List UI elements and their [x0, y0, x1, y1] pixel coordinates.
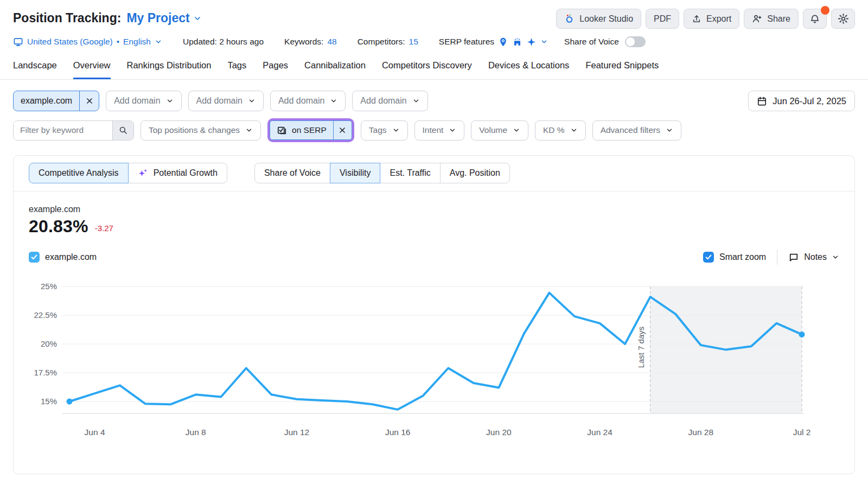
on-serp-filter-chip[interactable]: on SERP	[270, 120, 352, 140]
monitor-icon	[13, 37, 23, 47]
tab-competitors-discovery[interactable]: Competitors Discovery	[382, 60, 472, 79]
notifications-button[interactable]	[803, 9, 827, 29]
tab-cannibalization[interactable]: Cannibalization	[304, 60, 366, 79]
tags-label: Tags	[369, 125, 387, 135]
overview-card: Competitive Analysis Potential Growth Sh…	[13, 155, 855, 474]
domain-chip-label: example.com	[14, 91, 79, 111]
check-icon	[30, 253, 38, 261]
tab-featured-snippets[interactable]: Featured Snippets	[585, 60, 659, 79]
export-button[interactable]: Export	[684, 9, 739, 29]
svg-text:Jun 4: Jun 4	[85, 428, 105, 437]
visibility-chart[interactable]: 25%22.5%20%17.5%15%Last 7 daysJun 4Jun 8…	[29, 277, 839, 442]
page-title-text: Position Tracking:	[13, 11, 121, 25]
calendar-icon	[757, 96, 767, 106]
advanced-filters-label: Advanced filters	[601, 125, 660, 135]
visibility-tab-label: Visibility	[340, 168, 371, 178]
competitors-count: Competitors: 15	[358, 37, 418, 47]
legend-domain-item[interactable]: example.com	[29, 252, 97, 263]
share-of-voice-tab[interactable]: Share of Voice	[254, 163, 330, 183]
keyword-search-button[interactable]	[112, 121, 133, 140]
share-person-icon	[752, 14, 762, 24]
export-icon	[692, 14, 701, 24]
tab-tags[interactable]: Tags	[227, 60, 246, 79]
sparkles-icon	[138, 168, 149, 178]
share-of-voice-toggle[interactable]	[625, 36, 646, 47]
ai-star-icon	[526, 37, 537, 47]
location-language-selector[interactable]: United States (Google) • English	[13, 37, 162, 47]
toggle-knob	[626, 37, 635, 46]
vertical-divider	[777, 250, 777, 265]
potential-growth-label: Potential Growth	[154, 168, 218, 178]
on-serp-label: on SERP	[292, 125, 327, 135]
project-name: My Project	[126, 11, 189, 25]
share-label: Share	[767, 14, 790, 24]
share-button[interactable]: Share	[744, 9, 799, 29]
potential-growth-button[interactable]: Potential Growth	[128, 163, 227, 183]
tab-overview[interactable]: Overview	[73, 60, 111, 79]
date-range-label: Jun 26-Jul 2, 2025	[773, 96, 846, 106]
position-tracking-page: Position Tracking: My Project Looker Stu…	[0, 0, 868, 491]
top-positions-dropdown[interactable]: Top positions & changes	[141, 120, 261, 141]
chart-canvas[interactable]: 25%22.5%20%17.5%15%Last 7 daysJun 4Jun 8…	[29, 277, 839, 439]
notes-icon	[788, 252, 799, 263]
pdf-label: PDF	[654, 14, 671, 24]
smart-zoom-checkbox[interactable]	[703, 252, 714, 263]
svg-text:Jun 8: Jun 8	[186, 428, 206, 437]
page-title: Position Tracking: My Project	[13, 9, 202, 25]
svg-text:15%: 15%	[41, 397, 57, 406]
volume-label: Volume	[479, 125, 507, 135]
visibility-tab[interactable]: Visibility	[330, 163, 381, 183]
main-tabs: Landscape Overview Rankings Distribution…	[0, 47, 868, 80]
intent-dropdown[interactable]: Intent	[414, 120, 465, 141]
project-selector[interactable]: My Project	[126, 11, 201, 25]
add-domain-dropdown-3[interactable]: Add domain	[270, 91, 346, 111]
competitive-analysis-button[interactable]: Competitive Analysis	[29, 163, 129, 183]
serp-features-selector[interactable]: SERP features	[439, 37, 548, 47]
notes-dropdown[interactable]: Notes	[788, 252, 839, 263]
on-serp-remove-button[interactable]	[333, 121, 352, 139]
svg-text:Jun 16: Jun 16	[385, 428, 411, 437]
add-domain-dropdown-2[interactable]: Add domain	[188, 91, 264, 111]
est-traffic-tab[interactable]: Est. Traffic	[380, 163, 440, 183]
close-icon	[339, 126, 346, 134]
smart-zoom-control[interactable]: Smart zoom	[703, 252, 766, 263]
domain-chip-example[interactable]: example.com	[13, 91, 99, 111]
location-label: United States (Google)	[27, 37, 113, 47]
date-range-button[interactable]: Jun 26-Jul 2, 2025	[748, 91, 855, 111]
tab-landscape[interactable]: Landscape	[13, 60, 57, 79]
add-domain-dropdown-1[interactable]: Add domain	[106, 91, 181, 111]
keyword-filter	[13, 120, 134, 141]
svg-text:17.5%: 17.5%	[34, 368, 57, 377]
chevron-down-icon	[248, 97, 256, 105]
location-pin-icon	[498, 37, 508, 47]
advanced-filters-dropdown[interactable]: Advanced filters	[592, 120, 681, 141]
volume-dropdown[interactable]: Volume	[471, 120, 528, 141]
tags-dropdown[interactable]: Tags	[361, 120, 408, 141]
tab-pages[interactable]: Pages	[263, 60, 288, 79]
chevron-down-icon	[666, 126, 673, 134]
tab-rankings-distribution[interactable]: Rankings Distribution	[127, 60, 212, 79]
keyword-filter-row: Top positions & changes on SERP	[0, 111, 868, 142]
chevron-down-icon	[540, 38, 548, 46]
tab-devices-locations[interactable]: Devices & Locations	[488, 60, 570, 79]
kd-dropdown[interactable]: KD %	[535, 120, 586, 141]
intent-label: Intent	[423, 125, 444, 135]
chevron-down-icon	[166, 97, 174, 105]
domain-chip-remove-button[interactable]	[79, 91, 99, 111]
competitors-value-link[interactable]: 15	[409, 37, 418, 47]
keyword-filter-input[interactable]	[14, 121, 112, 140]
close-icon	[86, 97, 93, 105]
competitive-analysis-label: Competitive Analysis	[39, 168, 119, 178]
legend-checkbox[interactable]	[29, 252, 40, 263]
visibility-metric: example.com 20.83% -3.27	[29, 192, 839, 237]
settings-button[interactable]	[831, 9, 855, 29]
keywords-value-link[interactable]: 48	[327, 37, 336, 47]
avg-position-tab[interactable]: Avg. Position	[440, 163, 510, 183]
add-domain-dropdown-4[interactable]: Add domain	[352, 91, 427, 111]
pdf-button[interactable]: PDF	[646, 9, 679, 29]
looker-studio-button[interactable]: Looker Studio	[556, 9, 641, 29]
analysis-mode-segment: Competitive Analysis Potential Growth	[29, 163, 227, 183]
add-domain-label: Add domain	[196, 96, 242, 106]
chevron-down-icon	[513, 126, 520, 134]
share-of-voice-tab-label: Share of Voice	[264, 168, 321, 178]
